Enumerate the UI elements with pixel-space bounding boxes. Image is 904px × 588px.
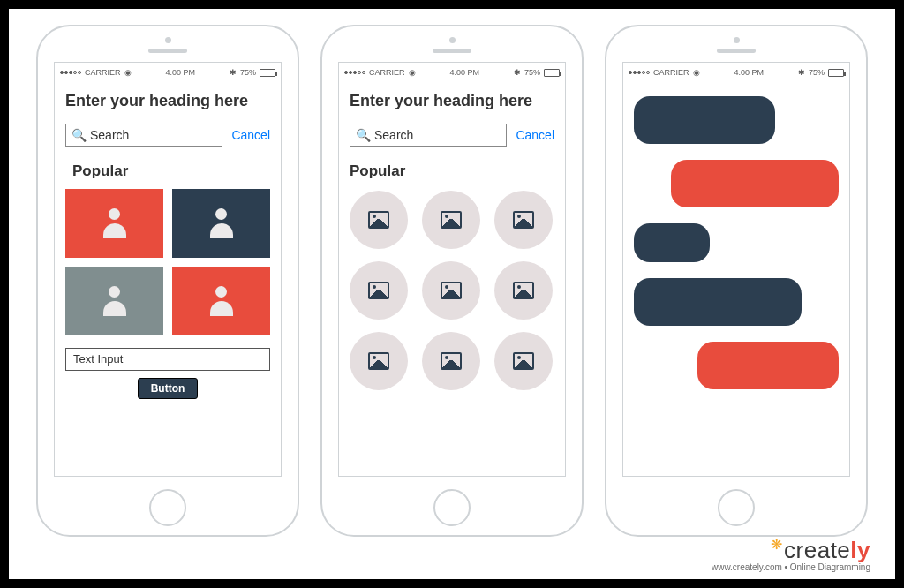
search-input[interactable]: 🔍 Search bbox=[350, 124, 507, 147]
camera-dot bbox=[449, 37, 456, 43]
chat-thread bbox=[623, 82, 849, 389]
phone-screen: CARRIER ◉ 4.00 PM ✱ 75% Enter your headi… bbox=[338, 62, 566, 477]
phone-mockup-3: CARRIER ◉ 4.00 PM ✱ 75% bbox=[605, 25, 868, 537]
search-input[interactable]: 🔍 Search bbox=[65, 124, 222, 147]
diagram-frame: CARRIER ◉ 4.00 PM ✱ 75% Enter your headi… bbox=[0, 0, 904, 588]
popular-circle-grid bbox=[350, 191, 554, 390]
wifi-icon: ◉ bbox=[409, 68, 416, 77]
popular-tile-grid bbox=[65, 189, 270, 335]
status-bar: CARRIER ◉ 4.00 PM ✱ 75% bbox=[55, 63, 281, 82]
person-icon bbox=[102, 208, 127, 238]
chat-bubble-incoming[interactable] bbox=[634, 223, 710, 262]
home-button[interactable] bbox=[149, 489, 186, 526]
chat-bubble-outgoing[interactable] bbox=[671, 160, 839, 207]
canvas: CARRIER ◉ 4.00 PM ✱ 75% Enter your headi… bbox=[9, 9, 895, 579]
image-icon bbox=[513, 282, 534, 299]
search-icon: 🔍 bbox=[72, 128, 87, 142]
chat-bubble-incoming[interactable] bbox=[634, 278, 802, 326]
text-input[interactable]: Text Input bbox=[65, 348, 270, 371]
clock: 4.00 PM bbox=[449, 68, 479, 77]
gallery-item[interactable] bbox=[494, 261, 553, 320]
section-title-popular: Popular bbox=[65, 162, 270, 180]
page-heading: Enter your heading here bbox=[65, 91, 270, 111]
image-icon bbox=[513, 352, 534, 370]
home-button[interactable] bbox=[433, 489, 471, 526]
battery-pct: 75% bbox=[809, 68, 825, 77]
chat-bubble-incoming[interactable] bbox=[634, 96, 775, 144]
bluetooth-icon: ✱ bbox=[230, 68, 237, 77]
page-heading: Enter your heading here bbox=[350, 91, 554, 111]
image-icon bbox=[441, 282, 462, 299]
person-icon bbox=[209, 286, 234, 316]
search-placeholder: Search bbox=[374, 128, 413, 142]
signal-icon bbox=[344, 71, 365, 74]
image-icon bbox=[368, 352, 389, 370]
popular-tile[interactable] bbox=[65, 189, 163, 258]
phone-screen: CARRIER ◉ 4.00 PM ✱ 75% bbox=[622, 62, 850, 477]
popular-tile[interactable] bbox=[65, 267, 163, 335]
gallery-item[interactable] bbox=[494, 191, 553, 249]
camera-dot bbox=[734, 37, 740, 43]
battery-icon bbox=[260, 69, 275, 77]
image-icon bbox=[368, 282, 389, 299]
text-input-placeholder: Text Input bbox=[73, 352, 123, 366]
phone-mockup-2: CARRIER ◉ 4.00 PM ✱ 75% Enter your headi… bbox=[320, 25, 584, 537]
carrier-label: CARRIER bbox=[653, 68, 689, 77]
gallery-item[interactable] bbox=[350, 332, 408, 390]
wifi-icon: ◉ bbox=[124, 68, 132, 77]
camera-dot bbox=[165, 37, 171, 43]
image-icon bbox=[368, 211, 389, 229]
gallery-item[interactable] bbox=[350, 261, 408, 320]
carrier-label: CARRIER bbox=[369, 68, 405, 77]
speaker-slot bbox=[148, 49, 187, 53]
gallery-item[interactable] bbox=[350, 191, 408, 249]
home-button[interactable] bbox=[718, 489, 755, 526]
battery-pct: 75% bbox=[240, 68, 256, 77]
brand-logo: creately bbox=[784, 537, 870, 564]
person-icon bbox=[102, 286, 127, 316]
phone-screen: CARRIER ◉ 4.00 PM ✱ 75% Enter your headi… bbox=[54, 62, 282, 477]
search-icon: 🔍 bbox=[356, 128, 371, 142]
battery-icon bbox=[544, 69, 560, 77]
search-placeholder: Search bbox=[90, 128, 129, 142]
image-icon bbox=[513, 211, 534, 229]
gallery-item[interactable] bbox=[422, 191, 480, 249]
popular-tile[interactable] bbox=[172, 267, 270, 335]
battery-icon bbox=[828, 69, 844, 77]
speaker-slot bbox=[717, 49, 756, 53]
wifi-icon: ◉ bbox=[693, 68, 700, 77]
phone-mockup-1: CARRIER ◉ 4.00 PM ✱ 75% Enter your headi… bbox=[36, 25, 299, 537]
clock: 4.00 PM bbox=[734, 68, 764, 77]
brand-footer: ❋ creately www.creately.com • Online Dia… bbox=[712, 537, 870, 572]
gallery-item[interactable] bbox=[422, 261, 480, 320]
signal-icon bbox=[629, 71, 650, 74]
section-title-popular: Popular bbox=[350, 162, 554, 180]
gallery-item[interactable] bbox=[494, 332, 553, 390]
cancel-button[interactable]: Cancel bbox=[231, 128, 270, 142]
status-bar: CARRIER ◉ 4.00 PM ✱ 75% bbox=[623, 63, 849, 82]
brand-tagline: www.creately.com • Online Diagramming bbox=[712, 562, 870, 572]
speaker-slot bbox=[433, 49, 471, 53]
gallery-item[interactable] bbox=[422, 332, 480, 390]
bluetooth-icon: ✱ bbox=[514, 68, 521, 77]
battery-pct: 75% bbox=[524, 68, 540, 77]
person-icon bbox=[209, 208, 234, 238]
submit-button[interactable]: Button bbox=[138, 378, 198, 399]
lightbulb-icon: ❋ bbox=[771, 536, 782, 553]
clock: 4.00 PM bbox=[165, 68, 195, 77]
signal-icon bbox=[60, 71, 81, 74]
bluetooth-icon: ✱ bbox=[798, 68, 805, 77]
image-icon bbox=[441, 211, 462, 229]
image-icon bbox=[441, 352, 462, 370]
carrier-label: CARRIER bbox=[85, 68, 121, 77]
popular-tile[interactable] bbox=[172, 189, 270, 258]
status-bar: CARRIER ◉ 4.00 PM ✱ 75% bbox=[339, 63, 565, 82]
chat-bubble-outgoing[interactable] bbox=[697, 342, 839, 389]
cancel-button[interactable]: Cancel bbox=[516, 128, 554, 142]
